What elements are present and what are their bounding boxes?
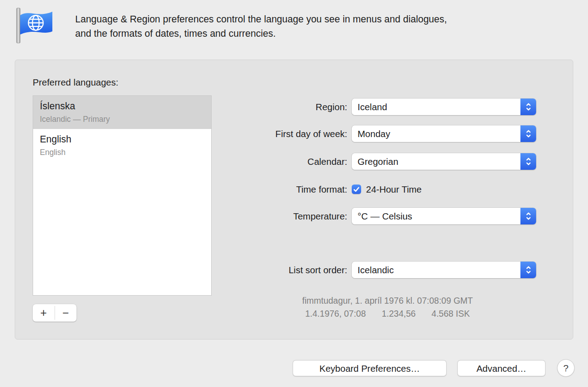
preview-number: 1.234,56: [382, 309, 416, 318]
temperature-select[interactable]: °C — Celsius: [352, 208, 536, 224]
up-down-chevrons-icon: [520, 99, 536, 115]
help-button[interactable]: ?: [557, 359, 575, 377]
up-down-chevrons-icon: [520, 208, 536, 224]
list-sort-order-label: List sort order:: [15, 262, 347, 278]
language-subtitle: Icelandic — Primary: [40, 114, 205, 125]
first-day-of-week-label: First day of week:: [15, 125, 347, 142]
time-format-label: Time format:: [15, 181, 347, 198]
list-sort-order-value: Icelandic: [358, 262, 394, 278]
temperature-row: Temperature: °C — Celsius: [15, 208, 573, 224]
first-day-of-week-value: Monday: [358, 125, 390, 142]
region-value: Iceland: [358, 99, 387, 115]
region-label: Region:: [15, 99, 347, 115]
24-hour-time-checkbox-label[interactable]: 24-Hour Time: [366, 181, 422, 198]
temperature-label: Temperature:: [15, 208, 347, 224]
remove-language-button[interactable]: −: [55, 304, 77, 322]
calendar-row: Calendar: Gregorian: [15, 153, 573, 170]
format-preview: fimmtudagur, 1. apríl 1976 kl. 07:08:09 …: [221, 294, 554, 320]
up-down-chevrons-icon: [520, 153, 536, 170]
description-line-2: and the formats of dates, times and curr…: [75, 28, 276, 39]
first-day-of-week-row: First day of week: Monday: [15, 125, 573, 142]
preview-formats-line: 1.4.1976, 07:08 1.234,56 4.568 ISK: [221, 307, 554, 320]
language-region-flag-icon: [13, 6, 55, 45]
preview-currency: 4.568 ISK: [431, 309, 470, 318]
list-sort-order-row: List sort order: Icelandic: [15, 262, 573, 278]
list-sort-order-select[interactable]: Icelandic: [352, 262, 536, 278]
24-hour-time-checkbox[interactable]: [352, 185, 361, 194]
advanced-button[interactable]: Advanced…: [457, 360, 545, 376]
calendar-label: Calendar:: [15, 153, 347, 170]
temperature-value: °C — Celsius: [358, 208, 412, 224]
calendar-select[interactable]: Gregorian: [352, 153, 536, 170]
preview-date-line: fimmtudagur, 1. apríl 1976 kl. 07:08:09 …: [221, 294, 554, 307]
add-remove-language-control: + −: [33, 304, 77, 322]
keyboard-preferences-button[interactable]: Keyboard Preferences…: [293, 360, 447, 376]
preferences-panel: Preferred languages: Íslenska Icelandic …: [15, 60, 573, 340]
checkmark-icon: [353, 186, 360, 193]
calendar-value: Gregorian: [358, 153, 398, 170]
first-day-of-week-select[interactable]: Monday: [352, 125, 536, 142]
region-row: Region: Iceland: [15, 99, 573, 115]
preferences-description: Language & Region preferences control th…: [75, 12, 447, 41]
flag-pole: [17, 8, 20, 43]
preview-short-datetime: 1.4.1976, 07:08: [305, 309, 366, 318]
up-down-chevrons-icon: [520, 262, 536, 278]
language-region-preferences-window: Language & Region preferences control th…: [0, 0, 588, 387]
add-language-button[interactable]: +: [33, 304, 55, 322]
up-down-chevrons-icon: [520, 125, 536, 142]
time-format-row: Time format: 24-Hour Time: [15, 181, 573, 198]
region-select[interactable]: Iceland: [352, 99, 536, 115]
preferred-languages-label: Preferred languages:: [33, 77, 118, 88]
description-line-1: Language & Region preferences control th…: [75, 14, 447, 25]
